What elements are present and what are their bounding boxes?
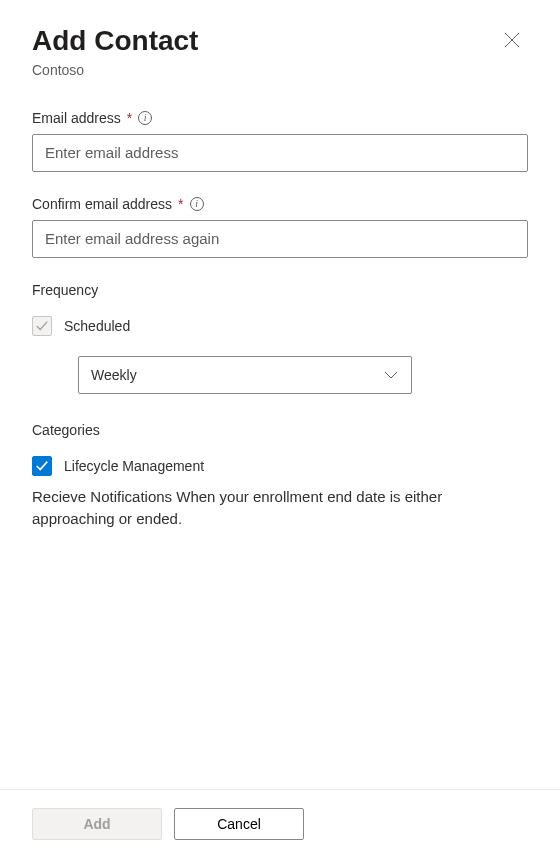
page-title: Add Contact (32, 24, 198, 58)
check-icon (35, 459, 49, 473)
chevron-down-icon (383, 367, 399, 383)
frequency-select[interactable]: Weekly (78, 356, 412, 394)
required-asterisk: * (127, 110, 132, 126)
cancel-button[interactable]: Cancel (174, 808, 304, 840)
scheduled-label: Scheduled (64, 318, 130, 334)
close-button[interactable] (496, 24, 528, 56)
email-label: Email address * i (32, 110, 528, 126)
email-field[interactable] (32, 134, 528, 172)
check-icon (35, 319, 49, 333)
categories-label: Categories (32, 422, 528, 438)
lifecycle-label: Lifecycle Management (64, 458, 204, 474)
confirm-email-field[interactable] (32, 220, 528, 258)
info-icon[interactable]: i (190, 197, 204, 211)
close-icon (504, 32, 520, 48)
scheduled-checkbox (32, 316, 52, 336)
info-icon[interactable]: i (138, 111, 152, 125)
required-asterisk: * (178, 196, 183, 212)
frequency-label: Frequency (32, 282, 528, 298)
page-subtitle: Contoso (32, 62, 198, 78)
frequency-select-value: Weekly (91, 367, 137, 383)
lifecycle-description: Recieve Notifications When your enrollme… (32, 486, 528, 531)
lifecycle-checkbox[interactable] (32, 456, 52, 476)
add-button[interactable]: Add (32, 808, 162, 840)
confirm-email-label: Confirm email address * i (32, 196, 528, 212)
